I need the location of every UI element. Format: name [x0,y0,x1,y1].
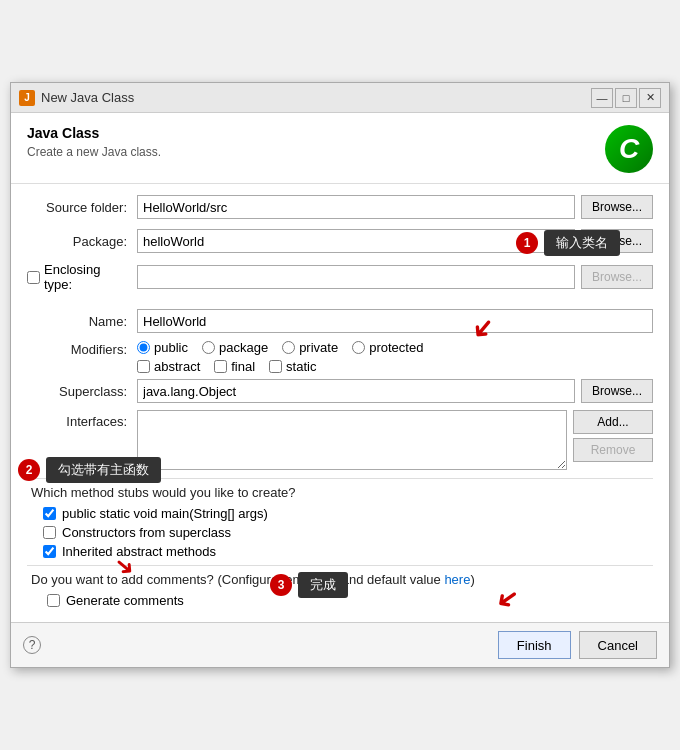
modifier-static-label[interactable]: static [269,359,316,374]
modifier-abstract-checkbox[interactable] [137,360,150,373]
minimize-button[interactable]: — [591,88,613,108]
name-input[interactable] [137,309,653,333]
stub-main-method-label[interactable]: public static void main(String[] args) [27,506,653,521]
footer: ? Finish Cancel [11,622,669,667]
stub-main-method-checkbox[interactable] [43,507,56,520]
modifier-static-checkbox[interactable] [269,360,282,373]
step1-annotation: 1 输入类名 [516,230,620,256]
modifiers-row: Modifiers: public package private [27,340,653,374]
enclosing-type-checkbox[interactable] [27,271,40,284]
stub-inherited-text: Inherited abstract methods [62,544,216,559]
superclass-label: Superclass: [27,384,137,399]
enclosing-type-row: Enclosing type: Browse... [27,262,653,292]
step3-number: 3 [270,574,292,596]
header-subtitle: Create a new Java class. [27,145,161,159]
comments-question-text: Do you want to add comments? (Configure … [31,572,441,587]
generate-comments-checkbox[interactable] [47,594,60,607]
maximize-button[interactable]: □ [615,88,637,108]
footer-right: Finish Cancel [498,631,657,659]
name-label: Name: [27,314,137,329]
generate-comments-text: Generate comments [66,593,184,608]
title-bar: J New Java Class — □ ✕ [11,83,669,113]
modifier-abstract-label[interactable]: abstract [137,359,200,374]
source-folder-input[interactable] [137,195,575,219]
step2-annotation: 2 勾选带有主函数 [18,457,161,483]
step1-label: 输入类名 [544,230,620,256]
header-title: Java Class [27,125,161,141]
stub-inherited-checkbox[interactable] [43,545,56,558]
step3-annotation: 3 完成 [270,572,348,598]
enclosing-type-label-area: Enclosing type: [27,262,137,292]
header-section: Java Class Create a new Java class. C [11,113,669,184]
stub-main-method-text: public static void main(String[] args) [62,506,268,521]
interfaces-label: Interfaces: [27,410,137,429]
name-row: Name: [27,308,653,334]
close-button[interactable]: ✕ [639,88,661,108]
step1-number: 1 [516,232,538,254]
help-button[interactable]: ? [23,636,41,654]
modifier-public-radio[interactable] [137,341,150,354]
modifier-final-checkbox[interactable] [214,360,227,373]
superclass-input[interactable] [137,379,575,403]
step2-label: 勾选带有主函数 [46,457,161,483]
package-label: Package: [27,234,137,249]
interfaces-remove-button: Remove [573,438,653,462]
dialog-title: New Java Class [41,90,134,105]
step3-label: 完成 [298,572,348,598]
modifier-package-label[interactable]: package [202,340,268,355]
enclosing-type-label[interactable]: Enclosing type: [44,262,127,292]
dialog-icon: J [19,90,35,106]
interfaces-input[interactable] [137,410,567,470]
step2-number: 2 [18,459,40,481]
modifier-private-label[interactable]: private [282,340,338,355]
method-stubs-question: Which method stubs would you like to cre… [27,485,653,500]
stub-constructors-text: Constructors from superclass [62,525,231,540]
source-folder-browse-button[interactable]: Browse... [581,195,653,219]
modifiers-content: public package private protected [137,340,653,374]
modifier-private-radio[interactable] [282,341,295,354]
modifiers-other-line: abstract final static [137,359,653,374]
modifiers-visibility-line: public package private protected [137,340,653,355]
cancel-button[interactable]: Cancel [579,631,657,659]
modifier-package-radio[interactable] [202,341,215,354]
modifier-public-label[interactable]: public [137,340,188,355]
stub-constructors-checkbox[interactable] [43,526,56,539]
stub-constructors-label[interactable]: Constructors from superclass [27,525,653,540]
superclass-row: Superclass: Browse... [27,378,653,404]
interfaces-buttons: Add... Remove [573,410,653,462]
window-controls: — □ ✕ [591,88,661,108]
modifier-protected-radio[interactable] [352,341,365,354]
eclipse-logo: C [605,125,653,173]
source-folder-label: Source folder: [27,200,137,215]
enclosing-type-browse-button: Browse... [581,265,653,289]
finish-button[interactable]: Finish [498,631,571,659]
modifiers-label: Modifiers: [27,340,137,357]
package-input[interactable] [137,229,575,253]
superclass-browse-button[interactable]: Browse... [581,379,653,403]
source-folder-row: Source folder: Browse... [27,194,653,220]
footer-left: ? [23,636,41,654]
enclosing-type-input[interactable] [137,265,575,289]
interfaces-add-button[interactable]: Add... [573,410,653,434]
comments-configure-link[interactable]: here [444,572,470,587]
modifier-final-label[interactable]: final [214,359,255,374]
modifier-protected-label[interactable]: protected [352,340,423,355]
